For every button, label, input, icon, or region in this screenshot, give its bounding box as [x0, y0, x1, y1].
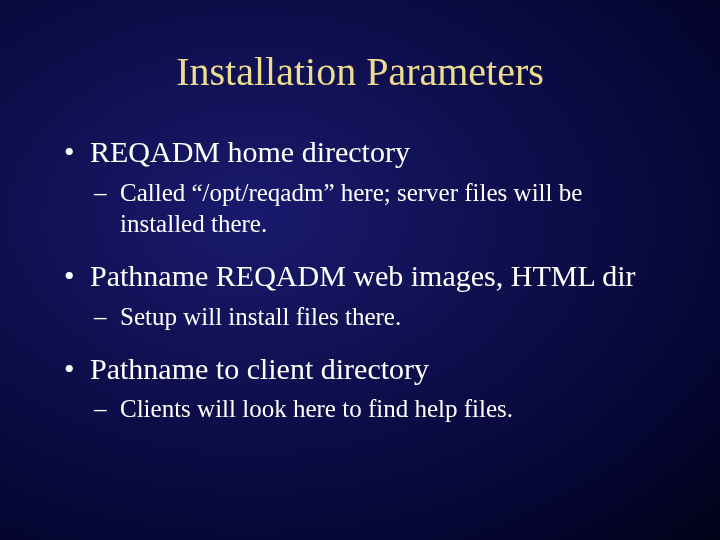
slide: Installation Parameters REQADM home dire…: [0, 0, 720, 540]
bullet-list: REQADM home directory Called “/opt/reqad…: [60, 133, 660, 425]
bullet-text: Pathname to client directory: [90, 352, 429, 385]
sub-bullet-list: Called “/opt/reqadm” here; server files …: [90, 177, 660, 240]
sub-bullet-list: Clients will look here to find help file…: [90, 393, 660, 424]
bullet-item: REQADM home directory Called “/opt/reqad…: [60, 133, 660, 239]
sub-bullet-item: Clients will look here to find help file…: [90, 393, 660, 424]
bullet-item: Pathname REQADM web images, HTML dir Set…: [60, 257, 660, 332]
sub-bullet-text: Called “/opt/reqadm” here; server files …: [120, 179, 582, 237]
sub-bullet-text: Clients will look here to find help file…: [120, 395, 513, 422]
bullet-text: REQADM home directory: [90, 135, 410, 168]
sub-bullet-list: Setup will install files there.: [90, 301, 660, 332]
sub-bullet-text: Setup will install files there.: [120, 303, 401, 330]
bullet-item: Pathname to client directory Clients wil…: [60, 350, 660, 425]
slide-title: Installation Parameters: [60, 48, 660, 95]
bullet-text: Pathname REQADM web images, HTML dir: [90, 259, 635, 292]
sub-bullet-item: Called “/opt/reqadm” here; server files …: [90, 177, 660, 240]
sub-bullet-item: Setup will install files there.: [90, 301, 660, 332]
